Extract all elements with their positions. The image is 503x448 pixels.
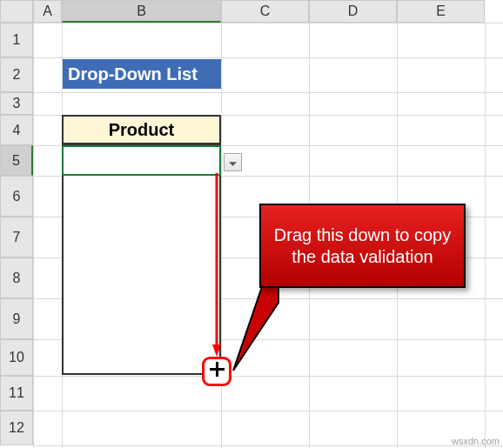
col-label: B: [137, 3, 146, 19]
row-header-3[interactable]: 3: [0, 92, 33, 115]
watermark: wsxdn.com: [452, 436, 500, 446]
callout-text: Drag this down to copy the data validati…: [270, 224, 455, 268]
row-label: 10: [9, 350, 24, 365]
col-header-B[interactable]: B: [62, 0, 221, 23]
spreadsheet-grid: A B C D E 1 2 3 4 5 6 7 8 9 10 11 12 Dro…: [0, 0, 503, 448]
row-label: 8: [13, 271, 21, 286]
row-header-1[interactable]: 1: [0, 23, 33, 57]
row-label: 12: [9, 420, 24, 436]
svg-marker-2: [233, 277, 278, 371]
title-cell[interactable]: Drop-Down List: [63, 59, 221, 89]
row-header-6[interactable]: 6: [0, 176, 33, 217]
fill-handle[interactable]: [202, 357, 231, 386]
col-header-D[interactable]: D: [309, 0, 397, 23]
col-label: D: [348, 3, 359, 19]
product-table-header[interactable]: Product: [62, 115, 221, 144]
row-header-5[interactable]: 5: [0, 145, 33, 176]
callout-tail: [231, 277, 283, 372]
data-validation-dropdown-button[interactable]: [224, 153, 242, 171]
row-header-12[interactable]: 12: [0, 411, 33, 445]
col-label: C: [260, 3, 271, 19]
row-label: 7: [13, 230, 21, 245]
col-label: A: [43, 3, 52, 19]
row-label: 5: [12, 153, 20, 169]
instruction-callout: Drag this down to copy the data validati…: [259, 204, 466, 288]
col-header-A[interactable]: A: [33, 0, 62, 23]
row-label: 3: [13, 96, 21, 111]
row-label: 9: [13, 311, 21, 327]
col-header-C[interactable]: C: [221, 0, 309, 23]
product-header-text: Product: [109, 120, 175, 140]
col-label: E: [436, 3, 446, 19]
row-header-11[interactable]: 11: [0, 376, 33, 411]
row-header-4[interactable]: 4: [0, 115, 33, 145]
row-header-9[interactable]: 9: [0, 298, 33, 339]
row-label: 4: [13, 123, 21, 138]
title-text: Drop-Down List: [68, 64, 198, 84]
row-header-10[interactable]: 10: [0, 339, 33, 376]
row-header-8[interactable]: 8: [0, 257, 33, 298]
row-label: 1: [13, 32, 21, 48]
col-header-E[interactable]: E: [397, 0, 485, 23]
row-label: 6: [13, 189, 21, 204]
active-cell-selection[interactable]: [62, 145, 221, 176]
row-header-7[interactable]: 7: [0, 217, 33, 257]
chevron-down-icon: [229, 155, 237, 171]
row-label: 11: [9, 385, 24, 401]
row-header-2[interactable]: 2: [0, 57, 33, 92]
product-table-body[interactable]: [62, 144, 221, 375]
select-all-corner[interactable]: [0, 0, 33, 23]
plus-icon: [208, 361, 225, 382]
row-label: 2: [13, 67, 21, 83]
